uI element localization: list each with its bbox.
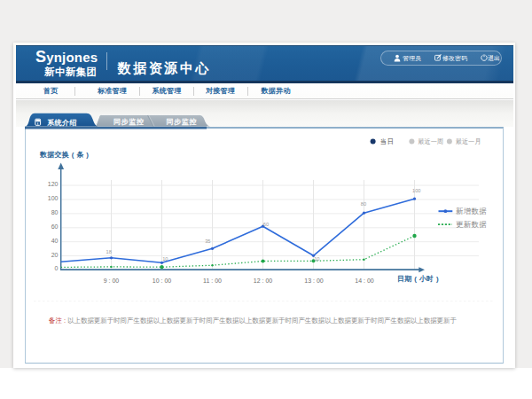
svg-text:同步监控: 同步监控: [113, 118, 145, 126]
svg-text:10 : 00: 10 : 00: [153, 278, 172, 284]
svg-text:20: 20: [51, 252, 59, 258]
svg-text:最近一月: 最近一月: [456, 137, 481, 145]
svg-text:35: 35: [205, 239, 210, 244]
svg-text:当日: 当日: [380, 137, 395, 145]
svg-text:9 : 00: 9 : 00: [104, 278, 120, 284]
svg-text:18: 18: [106, 249, 112, 254]
svg-text:0: 0: [55, 265, 59, 271]
svg-text:同步监控: 同步监控: [166, 118, 197, 126]
svg-text:日期 ( 小时 ): 日期 ( 小时 ): [397, 275, 439, 283]
svg-text:60: 60: [51, 223, 59, 230]
svg-text:100: 100: [412, 188, 421, 193]
svg-text:80: 80: [361, 201, 366, 207]
svg-text:60: 60: [263, 222, 269, 227]
svg-text:新增数据: 新增数据: [456, 207, 487, 215]
svg-text:10: 10: [314, 256, 319, 262]
svg-text:13 : 00: 13 : 00: [304, 278, 324, 284]
svg-text:12 : 00: 12 : 00: [254, 278, 273, 284]
svg-text:最近一周: 最近一周: [418, 137, 443, 145]
svg-text:11 : 00: 11 : 00: [203, 278, 222, 284]
svg-text:更新数据: 更新数据: [456, 220, 487, 229]
svg-text:80: 80: [51, 209, 59, 215]
svg-text:10: 10: [162, 256, 168, 262]
svg-text:14 : 00: 14 : 00: [355, 278, 374, 284]
svg-text:备注 : 以上数据更新于时间产生数据以上数据更新于时间产生数: 备注 : 以上数据更新于时间产生数据以上数据更新于时间产生数据以上数据更新于时间…: [49, 317, 457, 325]
svg-text:数据交换 ( 条 ): 数据交换 ( 条 ): [39, 151, 89, 159]
svg-text:40: 40: [51, 238, 59, 244]
svg-text:120: 120: [48, 181, 59, 187]
svg-text:100: 100: [48, 195, 59, 201]
svg-text:系统介绍: 系统介绍: [46, 118, 76, 127]
